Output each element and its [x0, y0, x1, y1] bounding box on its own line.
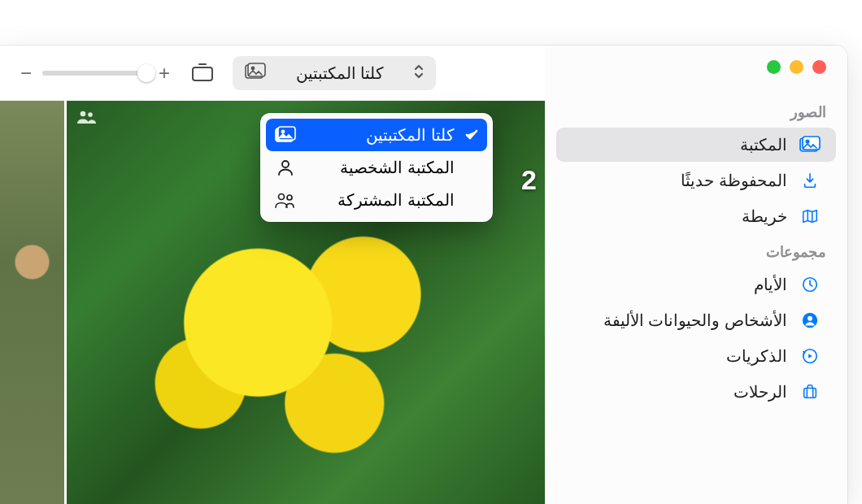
- sidebar: الصور المكتبة المحفوظة حديثًا خريطة مجمو…: [545, 46, 847, 504]
- menu-item-label: المكتبة المشتركة: [307, 190, 455, 210]
- svg-rect-7: [804, 388, 816, 398]
- sidebar-item-label: خريطة: [742, 206, 787, 226]
- section-header-photos: الصور: [545, 95, 847, 126]
- sidebar-item-label: الأشخاص والحيوانات الأليفة: [603, 311, 787, 330]
- zoom-slider-thumb[interactable]: [137, 64, 155, 82]
- svg-point-12: [81, 111, 86, 117]
- svg-point-16: [281, 130, 284, 133]
- svg-point-17: [282, 161, 289, 167]
- photos-icon: [274, 126, 297, 144]
- photos-icon: [799, 135, 821, 154]
- sidebar-item-label: المكتبة: [740, 135, 787, 154]
- svg-point-11: [251, 67, 254, 69]
- library-filter-menu: كلتا المكتبتين المكتبة الشخصية المكتبة ا…: [260, 113, 493, 222]
- sidebar-item-trips[interactable]: الرحلات: [556, 375, 836, 409]
- fullscreen-window-button[interactable]: [767, 60, 781, 74]
- svg-point-13: [88, 112, 93, 117]
- svg-point-19: [287, 195, 292, 200]
- section-header-collections: مجموعات: [545, 235, 847, 266]
- zoom-out-button[interactable]: −: [18, 62, 34, 85]
- sidebar-item-memories[interactable]: الذكريات: [556, 339, 836, 373]
- people-icon: [274, 191, 297, 209]
- menu-item-shared-library[interactable]: المكتبة المشتركة: [266, 184, 487, 216]
- shared-badge-icon: [76, 109, 98, 128]
- photo-thumbnail[interactable]: [0, 101, 64, 504]
- minimize-window-button[interactable]: [790, 60, 803, 74]
- svg-point-5: [808, 316, 812, 321]
- sidebar-item-library[interactable]: المكتبة: [556, 128, 836, 162]
- memories-icon: [799, 346, 821, 366]
- photos-icon: [244, 63, 267, 84]
- person-circle-icon: [799, 311, 821, 330]
- sidebar-item-recently-saved[interactable]: المحفوظة حديثًا: [556, 163, 836, 198]
- download-icon: [799, 171, 821, 190]
- photo-image: [0, 101, 64, 504]
- svg-rect-8: [193, 67, 212, 80]
- clock-icon: [799, 275, 821, 294]
- person-icon: [274, 159, 297, 176]
- zoom-in-button[interactable]: +: [156, 62, 172, 85]
- menu-item-personal-library[interactable]: المكتبة الشخصية: [266, 151, 487, 184]
- map-icon: [799, 206, 821, 226]
- sidebar-item-map[interactable]: خريطة: [556, 199, 836, 233]
- close-window-button[interactable]: [812, 60, 826, 74]
- window-controls: [545, 60, 847, 95]
- svg-point-18: [279, 194, 285, 200]
- sidebar-item-people-pets[interactable]: الأشخاص والحيوانات الأليفة: [556, 303, 836, 337]
- library-filter-label: كلتا المكتبتين: [276, 63, 403, 83]
- chevron-updown-icon: [413, 63, 424, 83]
- sidebar-item-label: الرحلات: [734, 382, 787, 402]
- sidebar-item-label: الأيام: [754, 275, 787, 294]
- sidebar-item-days[interactable]: الأيام: [556, 267, 836, 302]
- sidebar-item-label: الذكريات: [726, 346, 787, 366]
- aspect-toggle-button[interactable]: [187, 61, 218, 85]
- zoom-slider[interactable]: [42, 71, 148, 76]
- menu-item-label: كلتا المكتبتين: [307, 125, 455, 145]
- menu-item-label: المكتبة الشخصية: [307, 158, 455, 177]
- suitcase-icon: [799, 382, 821, 402]
- toolbar: + − كلتا المكتبتين: [0, 46, 545, 101]
- library-filter-dropdown[interactable]: كلتا المكتبتين: [233, 56, 436, 90]
- year-overlay: 2: [521, 164, 537, 196]
- checkmark-icon: [464, 129, 479, 141]
- zoom-control: + −: [18, 62, 172, 85]
- sidebar-item-label: المحفوظة حديثًا: [681, 171, 787, 190]
- menu-item-both-libraries[interactable]: كلتا المكتبتين: [266, 119, 487, 151]
- svg-point-2: [806, 140, 808, 142]
